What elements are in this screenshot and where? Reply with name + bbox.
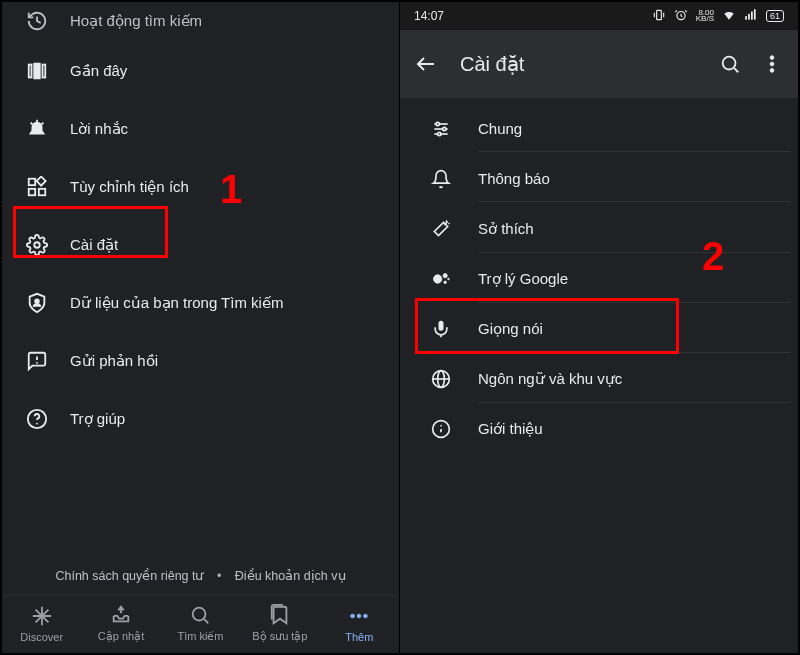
settings-item-interests[interactable]: Sở thích (400, 204, 798, 254)
svg-point-36 (443, 127, 446, 130)
reminder-icon (26, 118, 48, 140)
status-time: 14:07 (414, 9, 444, 23)
widgets-icon (26, 176, 48, 198)
menu-item-reminders[interactable]: Lời nhắc (2, 100, 399, 158)
privacy-link[interactable]: Chính sách quyền riêng tư (55, 569, 203, 583)
gear-icon (26, 234, 48, 256)
svg-point-13 (193, 608, 206, 621)
tab-label: Tìm kiếm (177, 630, 223, 643)
bookmarks-icon (269, 604, 291, 626)
svg-point-39 (443, 274, 447, 278)
assistant-icon (430, 268, 452, 290)
menu-label: Gần đây (70, 62, 127, 80)
tab-label: Cập nhật (98, 630, 144, 643)
svg-point-41 (448, 278, 450, 280)
battery-icon: 61 (766, 10, 784, 22)
svg-point-27 (723, 57, 736, 70)
menu-label: Lời nhắc (70, 120, 128, 138)
spark-icon (31, 605, 53, 627)
back-button[interactable] (414, 52, 438, 76)
vibrate-icon (652, 8, 666, 25)
help-icon (26, 408, 48, 430)
terms-link[interactable]: Điều khoản dịch vụ (235, 569, 346, 583)
settings-item-language[interactable]: Ngôn ngữ và khu vực (400, 354, 798, 404)
menu-item-recent[interactable]: Gần đây (2, 42, 399, 100)
right-screen: 14:07 8.00 KB/S 61 (400, 2, 798, 653)
tab-search[interactable]: Tìm kiếm (161, 604, 239, 643)
bottom-tab-bar: Discover Cập nhật Tìm kiếm Bộ sưu tập (2, 595, 399, 653)
shield-icon (26, 292, 48, 314)
svg-point-30 (770, 62, 774, 66)
svg-rect-18 (656, 10, 661, 19)
svg-rect-23 (748, 13, 750, 19)
settings-item-assistant[interactable]: Trợ lý Google (400, 254, 798, 304)
footer-links: Chính sách quyền riêng tư • Điều khoản d… (2, 554, 399, 595)
feedback-icon (26, 350, 48, 372)
overflow-menu-button[interactable] (760, 52, 784, 76)
svg-rect-1 (34, 64, 40, 79)
svg-rect-4 (29, 189, 35, 195)
settings-item-voice[interactable]: Giọng nói (400, 304, 798, 354)
settings-label: Thông báo (478, 170, 790, 202)
settings-item-general[interactable]: Chung (400, 104, 798, 154)
history-icon (26, 10, 48, 32)
svg-point-31 (770, 69, 774, 73)
svg-point-16 (357, 614, 361, 618)
more-dots-icon (348, 605, 370, 627)
tab-more[interactable]: Thêm (320, 605, 398, 643)
tab-label: Bộ sưu tập (252, 630, 307, 643)
carousel-icon (26, 60, 48, 82)
settings-label: Sở thích (478, 220, 790, 253)
tab-label: Discover (20, 631, 63, 643)
globe-icon (430, 368, 452, 390)
svg-rect-42 (439, 321, 444, 331)
bell-icon (430, 168, 452, 190)
svg-point-35 (436, 122, 439, 125)
app-bar: Cài đặt (400, 30, 798, 98)
inbox-icon (110, 604, 132, 626)
search-icon (189, 604, 211, 626)
search-button[interactable] (718, 52, 742, 76)
menu-label: Trợ giúp (70, 410, 125, 428)
tab-discover[interactable]: Discover (3, 605, 81, 643)
svg-rect-0 (29, 65, 32, 78)
menu-label: Hoạt động tìm kiếm (70, 12, 202, 30)
settings-label: Chung (478, 120, 790, 152)
tune-icon (430, 118, 452, 140)
svg-rect-6 (37, 177, 46, 186)
menu-item-widget[interactable]: Tùy chỉnh tiện ích (2, 158, 399, 216)
settings-list: Chung Thông báo Sở thích Trợ lý Google (400, 98, 798, 653)
status-bar: 14:07 8.00 KB/S 61 (400, 2, 798, 30)
menu-item-settings[interactable]: Cài đặt (2, 216, 399, 274)
settings-label: Trợ lý Google (478, 270, 790, 303)
svg-line-28 (734, 68, 738, 72)
svg-point-12 (36, 423, 38, 425)
tab-collections[interactable]: Bộ sưu tập (241, 604, 319, 643)
status-speed: 8.00 KB/S (696, 10, 714, 23)
tab-updates[interactable]: Cập nhật (82, 604, 160, 643)
menu-item-feedback[interactable]: Gửi phản hồi (2, 332, 399, 390)
svg-point-15 (351, 614, 355, 618)
menu-item-search-activity[interactable]: Hoạt động tìm kiếm (2, 8, 399, 42)
menu-item-help[interactable]: Trợ giúp (2, 390, 399, 448)
menu-label: Cài đặt (70, 236, 118, 254)
wand-icon (430, 218, 452, 240)
svg-point-38 (434, 275, 442, 283)
svg-point-17 (364, 614, 368, 618)
menu-item-your-data[interactable]: Dữ liệu của bạn trong Tìm kiếm (2, 274, 399, 332)
svg-rect-5 (39, 189, 45, 195)
menu-label: Gửi phản hồi (70, 352, 158, 370)
svg-point-7 (34, 242, 40, 248)
svg-rect-24 (751, 11, 753, 19)
svg-point-48 (440, 425, 442, 427)
settings-item-about[interactable]: Giới thiệu (400, 404, 798, 454)
wifi-icon (722, 8, 736, 25)
tab-label: Thêm (345, 631, 373, 643)
svg-line-14 (205, 619, 209, 623)
left-screen: Hoạt động tìm kiếm Gần đây Lời nhắc Tùy … (2, 2, 400, 653)
svg-point-8 (35, 299, 39, 303)
mic-icon (430, 318, 452, 340)
settings-label: Giới thiệu (478, 420, 790, 452)
svg-rect-22 (745, 16, 747, 20)
settings-item-notifications[interactable]: Thông báo (400, 154, 798, 204)
